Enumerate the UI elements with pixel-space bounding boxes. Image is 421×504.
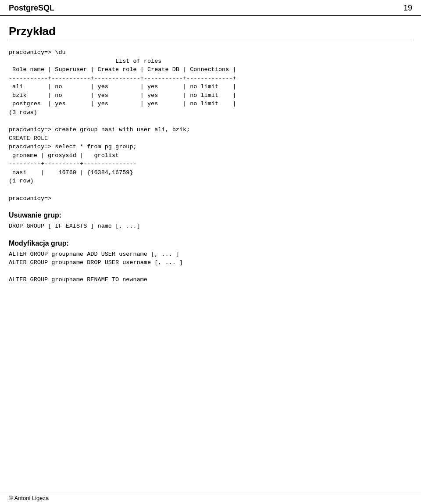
page-number: 19 bbox=[403, 4, 412, 13]
page-footer: © Antoni Ligęza bbox=[0, 492, 421, 504]
page-title: PostgreSQL bbox=[9, 4, 54, 13]
modify-group-label: Modyfikacja grup: bbox=[9, 239, 412, 247]
heading-divider bbox=[9, 41, 412, 41]
drop-group-code: DROP GROUP [ IF EXISTS ] name [, ...] bbox=[9, 222, 412, 231]
page-container: PostgreSQL 19 Przykład pracownicy=> \du … bbox=[0, 0, 421, 504]
copyright-text: © Antoni Ligęza bbox=[9, 495, 49, 501]
page-header: PostgreSQL 19 bbox=[0, 0, 421, 16]
main-content: Przykład pracownicy=> \du List of roles … bbox=[0, 16, 421, 297]
section-heading: Przykład bbox=[9, 25, 412, 38]
drop-group-label: Usuwanie grup: bbox=[9, 211, 412, 219]
main-code-block: pracownicy=> \du List of roles Role name… bbox=[9, 48, 412, 203]
alter-group-code: ALTER GROUP groupname ADD USER username … bbox=[9, 250, 412, 284]
